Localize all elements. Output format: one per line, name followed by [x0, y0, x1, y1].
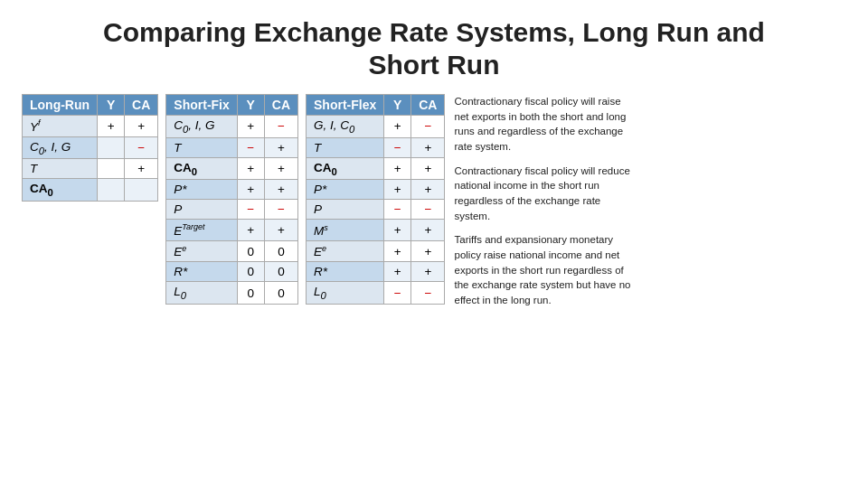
longrun-header-label: Long-Run: [23, 95, 98, 116]
table-row: P* + +: [307, 180, 445, 200]
sidebar-para1: Contractionary fiscal policy will raise …: [454, 94, 635, 155]
table-row: CA0 + +: [166, 157, 298, 180]
table-row: Ee 0 0: [166, 240, 298, 262]
cell-y: +: [384, 262, 411, 282]
longrun-table: Long-Run Y CA Yf + + C0, I, G −: [22, 94, 158, 202]
cell-y: −: [237, 137, 264, 157]
shortfix-header-label: Short-Fix: [166, 95, 237, 116]
cell-ca: 0: [264, 240, 297, 262]
row-label: Ms: [307, 220, 384, 241]
cell-ca: +: [411, 137, 445, 157]
row-label: L0: [166, 282, 237, 305]
table-row: Ms + +: [307, 220, 445, 241]
shortfix-table: Short-Fix Y CA C0, I, G + − T − +: [165, 94, 298, 305]
cell-ca: −: [264, 116, 297, 138]
shortflex-header-y: Y: [384, 95, 411, 116]
shortflex-table: Short-Flex Y CA G, I, C0 + − T − +: [306, 94, 445, 305]
cell-ca: 0: [264, 262, 297, 282]
cell-y: +: [384, 220, 411, 241]
row-label: CA0: [307, 157, 384, 180]
shortflex-header-ca: CA: [411, 95, 445, 116]
cell-y: −: [384, 200, 411, 220]
row-label: P: [166, 200, 237, 220]
cell-y: +: [237, 220, 264, 241]
cell-y: +: [237, 157, 264, 180]
table-row: P − −: [166, 200, 298, 220]
cell-y: +: [384, 180, 411, 200]
cell-ca: +: [125, 116, 158, 137]
table-row: ETarget + +: [166, 220, 298, 241]
cell-ca: +: [264, 220, 297, 241]
sidebar-para2: Contractionary fiscal policy will reduce…: [454, 164, 635, 224]
row-label: Ee: [307, 240, 384, 262]
tables-wrap: Long-Run Y CA Yf + + C0, I, G −: [22, 94, 445, 305]
cell-ca: +: [264, 157, 297, 180]
table-row: Yf + +: [23, 116, 158, 137]
row-label: L0: [307, 282, 384, 305]
row-label: Ee: [166, 240, 237, 262]
cell-y: −: [384, 282, 411, 305]
cell-y: −: [237, 200, 264, 220]
row-label: C0, I, G: [23, 136, 98, 159]
table-row: CA0: [23, 179, 158, 202]
cell-y: [98, 179, 125, 202]
row-label: T: [23, 159, 98, 179]
page-title: Comparing Exchange Rate Systems, Long Ru…: [22, 16, 846, 81]
cell-ca: +: [264, 137, 297, 157]
cell-ca: +: [411, 240, 445, 262]
sidebar: Contractionary fiscal policy will raise …: [454, 94, 635, 317]
cell-ca: −: [411, 116, 445, 138]
cell-ca: +: [411, 180, 445, 200]
table-row: Ee + +: [307, 240, 445, 262]
row-label: CA0: [23, 179, 98, 202]
row-label: G, I, C0: [307, 116, 384, 138]
cell-ca: +: [411, 262, 445, 282]
row-label: ETarget: [166, 220, 237, 241]
row-label: P*: [166, 180, 237, 200]
page: Comparing Exchange Rate Systems, Long Ru…: [0, 0, 868, 488]
cell-ca: +: [411, 157, 445, 180]
row-label: P: [307, 200, 384, 220]
row-label: R*: [166, 262, 237, 282]
cell-y: +: [237, 180, 264, 200]
cell-ca: +: [411, 220, 445, 241]
cell-ca: −: [411, 200, 445, 220]
cell-y: +: [384, 116, 411, 138]
row-label: R*: [307, 262, 384, 282]
cell-y: +: [237, 116, 264, 138]
cell-y: 0: [237, 262, 264, 282]
table-row: T − +: [307, 137, 445, 157]
row-label: T: [166, 137, 237, 157]
content-row: Long-Run Y CA Yf + + C0, I, G −: [22, 94, 846, 317]
row-label: P*: [307, 180, 384, 200]
sidebar-para3: Tariffs and expansionary monetary policy…: [454, 232, 635, 307]
cell-y: [98, 159, 125, 179]
cell-ca: [125, 179, 158, 202]
cell-ca: +: [125, 159, 158, 179]
table-row: T +: [23, 159, 158, 179]
row-label: CA0: [166, 157, 237, 180]
table-row: L0 − −: [307, 282, 445, 305]
cell-ca: −: [264, 200, 297, 220]
shortflex-header-label: Short-Flex: [307, 95, 384, 116]
table-row: L0 0 0: [166, 282, 298, 305]
cell-y: +: [384, 157, 411, 180]
longrun-header-ca: CA: [125, 95, 158, 116]
cell-ca: 0: [264, 282, 297, 305]
cell-y: +: [384, 240, 411, 262]
shortfix-header-ca: CA: [264, 95, 297, 116]
cell-y: [98, 136, 125, 159]
cell-ca: +: [264, 180, 297, 200]
shortfix-header-y: Y: [237, 95, 264, 116]
row-label: T: [307, 137, 384, 157]
table-row: R* 0 0: [166, 262, 298, 282]
row-label: C0, I, G: [166, 116, 237, 138]
cell-y: 0: [237, 240, 264, 262]
table-row: CA0 + +: [307, 157, 445, 180]
cell-y: 0: [237, 282, 264, 305]
table-row: T − +: [166, 137, 298, 157]
cell-y: −: [384, 137, 411, 157]
cell-ca: −: [125, 136, 158, 159]
table-row: P − −: [307, 200, 445, 220]
table-row: G, I, C0 + −: [307, 116, 445, 138]
